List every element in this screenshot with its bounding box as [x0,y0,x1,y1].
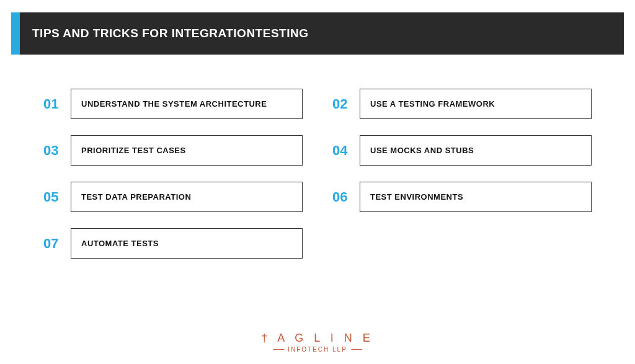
tip-number: 05 [43,189,71,205]
tip-number: 03 [43,143,71,159]
tip-label: AUTOMATE TESTS [71,228,303,259]
header-accent-bar [11,12,20,55]
tip-number: 02 [332,96,360,112]
tip-item: 05 TEST DATA PREPARATION [43,182,303,212]
tip-item: 02 USE A TESTING FRAMEWORK [332,89,592,119]
logo-line-right [351,349,362,350]
tip-number: 06 [332,189,360,205]
logo-brand-name: † A G L I N E [261,332,373,345]
tip-label: USE MOCKS AND STUBS [360,135,592,166]
tip-label: USE A TESTING FRAMEWORK [360,89,592,119]
tip-number: 01 [43,96,71,112]
tip-item: 04 USE MOCKS AND STUBS [332,135,592,166]
logo-line-left [273,349,284,350]
tip-label: PRIORITIZE TEST CASES [71,135,303,166]
footer-logo: † A G L I N E INFOTECH LLP [261,332,373,353]
tip-label: UNDERSTAND THE SYSTEM ARCHITECTURE [71,89,303,119]
content-area: 01 UNDERSTAND THE SYSTEM ARCHITECTURE 02… [0,55,635,259]
tips-grid: 01 UNDERSTAND THE SYSTEM ARCHITECTURE 02… [43,89,592,259]
tip-label: TEST ENVIRONMENTS [360,182,592,212]
tip-item: 07 AUTOMATE TESTS [43,228,303,259]
tip-label: TEST DATA PREPARATION [71,182,303,212]
logo-subtitle-text: INFOTECH LLP [288,346,347,353]
page-header: TIPS AND TRICKS FOR INTEGRATIONTESTING [11,12,624,55]
tip-item: 03 PRIORITIZE TEST CASES [43,135,303,166]
page-title: TIPS AND TRICKS FOR INTEGRATIONTESTING [32,27,308,40]
logo-subtitle: INFOTECH LLP [261,346,373,353]
tip-number: 04 [332,143,360,159]
tip-number: 07 [43,236,71,252]
tip-item: 06 TEST ENVIRONMENTS [332,182,592,212]
tip-item: 01 UNDERSTAND THE SYSTEM ARCHITECTURE [43,89,303,119]
